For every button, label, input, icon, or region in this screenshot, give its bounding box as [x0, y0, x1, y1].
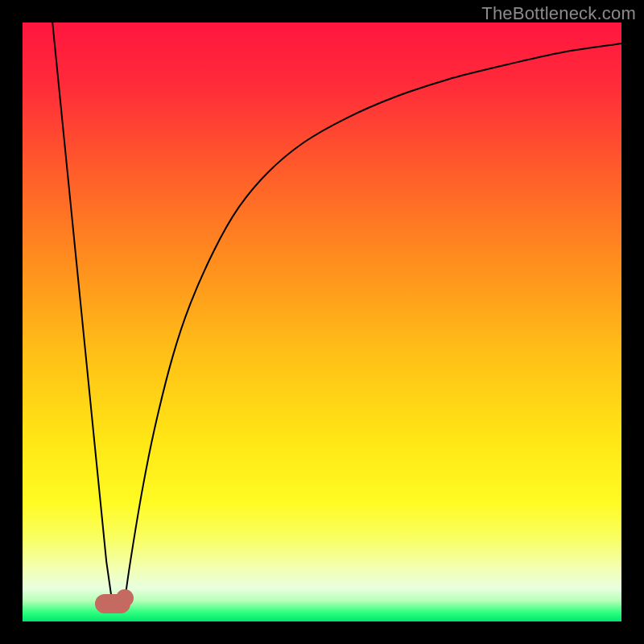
curve-left-branch: [52, 23, 112, 604]
plot-area: [23, 23, 621, 621]
chart-frame: TheBottleneck.com: [0, 0, 644, 644]
bottleneck-curve: [23, 23, 621, 621]
curve-right-branch: [124, 43, 621, 604]
watermark-text: TheBottleneck.com: [481, 3, 636, 24]
